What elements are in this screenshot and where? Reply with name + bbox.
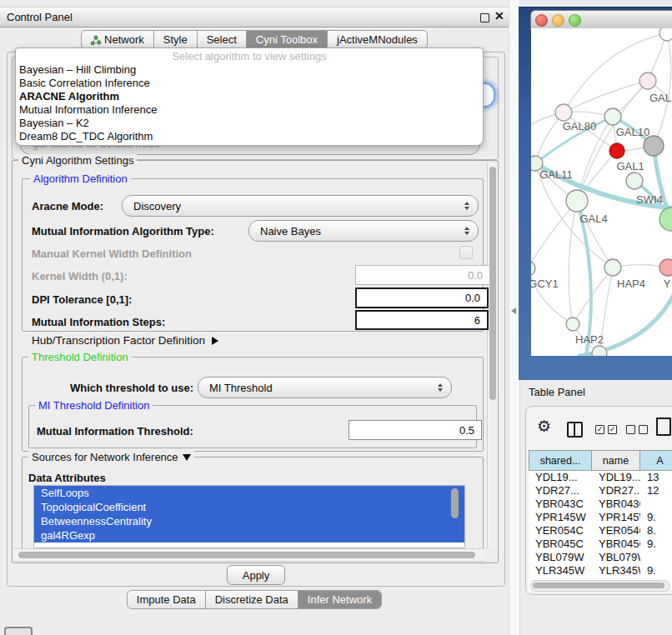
network-node-hap2[interactable] [566,318,579,331]
network-node-gal80[interactable] [555,104,572,121]
column-header-name[interactable]: name [592,450,640,471]
node-label: GAL80 [563,120,596,132]
algorithm-option-mutual-information-inference[interactable]: Mutual Information Inference [16,103,483,117]
table-row[interactable]: YDL19...YDL19...13 [529,471,672,484]
network-node[interactable] [639,72,656,89]
dpi-tolerance-input[interactable]: 0.0 [355,288,489,308]
network-edge[interactable] [654,33,671,146]
mi-algorithm-type-combo[interactable]: Naive Bayes [248,220,479,242]
table-cell: 8. [640,524,672,538]
network-node[interactable] [659,208,672,231]
float-window-icon[interactable] [480,13,489,22]
column-layout-icon[interactable] [567,422,583,438]
manual-kernel-width-checkbox[interactable] [459,246,473,259]
tab-infer-network[interactable]: Infer Network [298,591,381,608]
network-node-gal10[interactable] [604,108,621,125]
table-row[interactable]: YER054CYER054C8. [529,524,672,538]
network-node-gal4[interactable] [566,190,588,212]
partial-floating-button[interactable] [4,627,33,635]
table-row[interactable]: YPR145WYPR145W9. [529,511,672,524]
scrollbar-thumb[interactable] [533,582,664,588]
hub-definition-expander[interactable]: Hub/Transcription Factor Definition [32,334,218,347]
network-edge[interactable] [531,201,577,268]
algorithm-option-aracne-algorithm[interactable]: ARACNE Algorithm [16,90,483,103]
tab-cyni-toolbox[interactable]: Cyni Toolbox [246,31,327,48]
network-node[interactable] [659,28,672,41]
network-node-y[interactable] [659,259,672,276]
algorithm-option-bayesian-hill-climbing[interactable]: Bayesian – Hill Climbing [16,63,483,77]
tab-jactivemnodules[interactable]: jActiveMNodules [327,31,427,48]
apply-button[interactable]: Apply [227,565,285,585]
mi-threshold-group-title: MI Threshold Definition [35,399,153,412]
sources-title[interactable]: Sources for Network Inference [28,451,194,463]
scrollbar-thumb[interactable] [489,167,496,400]
network-canvas[interactable]: GAL80GAL10GAL1GAL11SWI4GAL4GCY1HAP4YHAP2… [531,28,672,356]
deselect-all-icon[interactable] [626,425,648,434]
algorithm-option-bayesian-k2[interactable]: Bayesian – K2 [16,117,483,130]
attributes-scrollbar-thumb[interactable] [451,488,459,518]
table-row[interactable]: YDR27...YDR27...12 [529,484,672,498]
attribute-item-gal4rgexp[interactable]: gal4RGexp [34,528,464,542]
tab-impute-data[interactable]: Impute Data [128,591,205,608]
attribute-item-selfloops[interactable]: SelfLoops [34,486,464,500]
tab-network[interactable]: Network [82,31,153,48]
node-label: HAP2 [575,333,604,346]
mi-threshold-input[interactable]: 0.5 [349,420,482,440]
unchecked-box-icon [639,425,648,434]
network-node-gcy1[interactable] [531,261,535,276]
table-row[interactable]: YBL079WYBL079W [529,551,672,564]
control-panel-titlebar[interactable]: Control Panel [0,7,509,28]
table-cell: YBR045C [529,538,592,551]
tab-discretize-data[interactable]: Discretize Data [205,591,298,608]
attribute-item-betweennesscentrality[interactable]: BetweennessCentrality [34,514,464,528]
column-header-a[interactable]: A [640,450,672,471]
settings-horizontal-scrollbar[interactable] [13,548,485,562]
node-label: GAL1 [616,160,644,172]
kernel-width-input[interactable]: 0.0 [355,265,490,285]
network-node-swi4[interactable] [626,172,643,189]
tab-label: jActiveMNodules [337,33,418,46]
close-traffic-light-icon[interactable] [535,14,548,27]
mi-steps-input[interactable]: 6 [355,310,489,330]
network-edge[interactable] [573,268,613,324]
combo-arrows-icon [464,202,469,210]
table-cell: YPR145W [592,511,640,524]
application-root: Control Panel ✕ NetworkStyleSelectCyni T… [0,0,672,635]
scrollbar-thumb[interactable] [18,552,475,558]
attribute-item-topologicalcoefficient[interactable]: TopologicalCoefficient [34,500,464,514]
expand-arrow-icon [212,337,218,345]
new-table-icon[interactable] [656,418,671,436]
network-node-hap4[interactable] [604,259,621,276]
divider-collapse-icon[interactable] [511,308,516,314]
network-window-titlebar[interactable] [530,10,672,30]
control-panel-title: Control Panel [7,11,73,23]
table-row[interactable]: YBR045CYBR045C9. [529,538,672,551]
algorithm-option-basic-correlation-inference[interactable]: Basic Correlation Inference [16,77,483,90]
network-node[interactable] [592,346,607,356]
close-icon[interactable]: ✕ [494,9,504,22]
column-header-shared[interactable]: shared... [529,450,592,471]
which-threshold-combo[interactable]: MI Threshold [198,377,452,398]
aracne-mode-value: Discovery [133,200,181,212]
network-edge[interactable] [564,81,648,112]
control-panel-tabs: NetworkStyleSelectCyni ToolboxjActiveMNo… [81,30,428,49]
zoom-traffic-light-icon[interactable] [569,14,581,27]
network-node-gal1[interactable] [609,143,624,158]
network-edge[interactable] [579,293,672,356]
network-edge[interactable] [569,201,577,324]
settings-gear-icon[interactable]: ⚙ [537,418,551,436]
table-row[interactable]: YLR345WYLR345W9. [529,564,672,578]
tab-select[interactable]: Select [197,31,246,48]
tab-style[interactable]: Style [153,31,197,48]
minimize-traffic-light-icon[interactable] [552,14,564,27]
table-row[interactable]: YBR043CYBR043C [529,498,672,511]
network-graph[interactable]: GAL80GAL10GAL1GAL11SWI4GAL4GCY1HAP4YHAP2… [531,28,672,356]
algorithm-option-dream8-dc-tdc-algorithm[interactable]: Dream8 DC_TDC Algorithm [16,130,483,143]
aracne-mode-combo[interactable]: Discovery [122,195,479,217]
data-attributes-list[interactable]: SelfLoopsTopologicalCoefficientBetweenne… [33,485,465,548]
node-table[interactable]: shared...nameA YDL19...YDL19...13YDR27..… [529,450,672,590]
table-horizontal-scrollbar[interactable] [530,580,670,592]
select-all-checks-icon[interactable]: ✓ ✓ [595,425,617,434]
settings-vertical-scrollbar[interactable] [487,163,498,548]
network-node[interactable] [644,136,664,156]
